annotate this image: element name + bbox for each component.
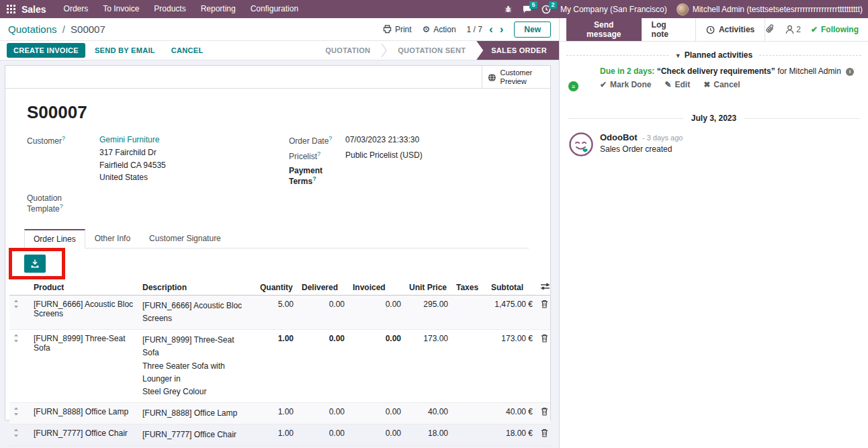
pricelist-label: Pricelist?	[289, 150, 345, 161]
order-date-label: Order Date?	[289, 135, 345, 146]
send-message-button[interactable]: Send message	[566, 18, 642, 41]
check-icon: ✔	[811, 25, 818, 34]
order-date-value[interactable]: 07/03/2023 21:33:30	[345, 135, 419, 146]
col-taxes[interactable]: Taxes	[452, 280, 487, 296]
form-view-pane: Quotations / S00007 Print ⚙ Action 1 / 7…	[0, 18, 560, 448]
message-timestamp: - 3 days ago	[642, 134, 683, 142]
pricelist-value[interactable]: Public Pricelist (USD)	[345, 150, 423, 161]
chatter-panel: Send message Log note Activities 2 ✔ Fol…	[560, 18, 868, 448]
pager-next-icon[interactable]: ›	[500, 24, 504, 35]
activities-badge: 2	[549, 1, 557, 9]
payment-terms-label: Payment Terms?	[289, 166, 345, 186]
delete-line-icon[interactable]	[541, 300, 548, 310]
stage-sales-order[interactable]: SALES ORDER	[476, 41, 559, 60]
tab-customer-signature[interactable]: Customer Signature	[140, 229, 230, 249]
optional-columns-icon[interactable]	[537, 280, 550, 296]
clock-icon	[706, 26, 715, 34]
activity-item: ≡ Due in 2 days: “Check delivery require…	[560, 62, 868, 89]
activity-assignee: for Mitchell Admin	[777, 66, 841, 76]
drag-handle-icon[interactable]	[13, 300, 19, 310]
breadcrumb-quotations[interactable]: Quotations	[8, 24, 57, 35]
planned-activities-toggle[interactable]: ▼Planned activities	[668, 50, 759, 60]
download-icon	[30, 259, 40, 268]
order-lines-table: Product Description Quantity Delivered I…	[9, 280, 550, 447]
cancel-activity-button[interactable]: ✖Cancel	[703, 80, 740, 89]
x-icon: ✖	[703, 80, 710, 89]
pencil-icon: ✎	[664, 80, 671, 89]
caret-down-icon: ▼	[675, 52, 681, 59]
customer-link[interactable]: Gemini Furniture	[99, 135, 159, 144]
import-records-button[interactable]	[24, 255, 46, 273]
activities-clock-icon[interactable]: 2	[541, 5, 551, 14]
activity-summary: “Check delivery requirements”	[657, 66, 775, 76]
menu-to-invoice[interactable]: To Invoice	[96, 0, 146, 18]
breadcrumb: Quotations / S00007	[8, 24, 105, 35]
info-icon[interactable]: i	[846, 68, 854, 76]
pager-previous-icon[interactable]: ‹	[489, 24, 493, 35]
followers-button[interactable]: 2	[785, 25, 801, 34]
drag-handle-icon[interactable]	[13, 407, 19, 418]
edit-activity-button[interactable]: ✎Edit	[664, 80, 690, 89]
quotation-template-label: Quotation Template?	[27, 193, 99, 214]
col-invoiced[interactable]: Invoiced	[349, 280, 405, 296]
messages-icon[interactable]: 5	[522, 5, 532, 14]
menu-configuration[interactable]: Configuration	[244, 0, 305, 18]
drag-handle-icon[interactable]	[13, 334, 19, 345]
order-line-row[interactable]: [FURN_8888] Office Lamp [FURN_8888] Offi…	[9, 403, 550, 424]
tab-order-lines[interactable]: Order Lines	[24, 229, 85, 249]
tab-other-info[interactable]: Other Info	[85, 229, 140, 249]
col-delivered[interactable]: Delivered	[298, 280, 349, 296]
messages-badge: 5	[529, 1, 537, 9]
stage-quotation[interactable]: QUOTATION	[314, 41, 381, 60]
col-unit-price[interactable]: Unit Price	[405, 280, 452, 296]
company-switcher[interactable]: My Company (San Francisco)	[560, 5, 667, 14]
date-separator-label: July 3, 2023	[683, 114, 744, 123]
order-line-row[interactable]: [FURN_7777] Office Chair [FURN_7777] Off…	[9, 424, 550, 446]
check-icon: ✔	[600, 80, 607, 89]
globe-icon	[488, 72, 496, 83]
delete-line-icon[interactable]	[541, 429, 548, 439]
log-note-tab[interactable]: Log note	[642, 18, 695, 41]
breadcrumb-separator: /	[62, 24, 65, 35]
customer-preview-button[interactable]: Customer Preview	[482, 66, 550, 89]
action-button[interactable]: ⚙ Action	[423, 24, 456, 34]
menu-reporting[interactable]: Reporting	[194, 0, 243, 18]
delete-line-icon[interactable]	[541, 407, 548, 418]
menu-orders[interactable]: Orders	[57, 0, 95, 18]
menu-products[interactable]: Products	[147, 0, 192, 18]
user-menu[interactable]: Mitchell Admin (testtsetsetesrrrrrrrrrrr…	[677, 3, 863, 15]
attachments-button[interactable]	[765, 24, 775, 36]
pager: 1 / 7 ‹ ›	[467, 24, 504, 35]
print-button[interactable]: Print	[383, 25, 412, 34]
debug-icon[interactable]	[504, 5, 513, 13]
app-name[interactable]: Sales	[21, 4, 46, 15]
message-author[interactable]: OdooBot	[600, 132, 638, 142]
form-sheet: Customer Preview S00007 Customer? Gemini…	[5, 65, 551, 420]
col-description[interactable]: Description	[138, 280, 256, 296]
stage-quotation-sent[interactable]: QUOTATION SENT	[387, 41, 476, 60]
col-subtotal[interactable]: Subtotal	[487, 280, 537, 296]
printer-icon	[383, 25, 392, 34]
col-product[interactable]: Product	[30, 280, 138, 296]
apps-menu-icon[interactable]	[7, 5, 15, 13]
send-by-email-button[interactable]: SEND BY EMAIL	[88, 43, 162, 58]
control-panel: Quotations / S00007 Print ⚙ Action 1 / 7…	[0, 18, 559, 40]
cancel-button[interactable]: CANCEL	[165, 43, 210, 58]
chatter-message: OdooBot - 3 days ago Sales Order created	[560, 124, 868, 165]
paperclip-icon	[765, 24, 775, 34]
drag-handle-icon[interactable]	[13, 429, 19, 439]
odoobot-avatar	[569, 132, 593, 156]
create-invoice-button[interactable]: CREATE INVOICE	[7, 43, 85, 58]
order-reference: S00007	[27, 102, 529, 123]
order-line-row[interactable]: [FURN_8999] Three-Seat Sofa [FURN_8999] …	[9, 330, 550, 403]
following-button[interactable]: ✔ Following	[811, 25, 859, 34]
delete-line-icon[interactable]	[541, 334, 548, 345]
order-line-row[interactable]: [FURN_6666] Acoustic Bloc Screens [FURN_…	[9, 295, 550, 329]
mark-done-button[interactable]: ✔Mark Done	[600, 80, 651, 89]
planned-activities-header: ▼Planned activities	[566, 50, 861, 60]
activities-tab[interactable]: Activities	[695, 18, 765, 41]
top-navbar: Sales Orders To Invoice Products Reporti…	[0, 0, 868, 18]
new-button[interactable]: New	[514, 21, 551, 38]
stage-chevron-icon	[381, 41, 387, 60]
col-quantity[interactable]: Quantity	[256, 280, 298, 296]
